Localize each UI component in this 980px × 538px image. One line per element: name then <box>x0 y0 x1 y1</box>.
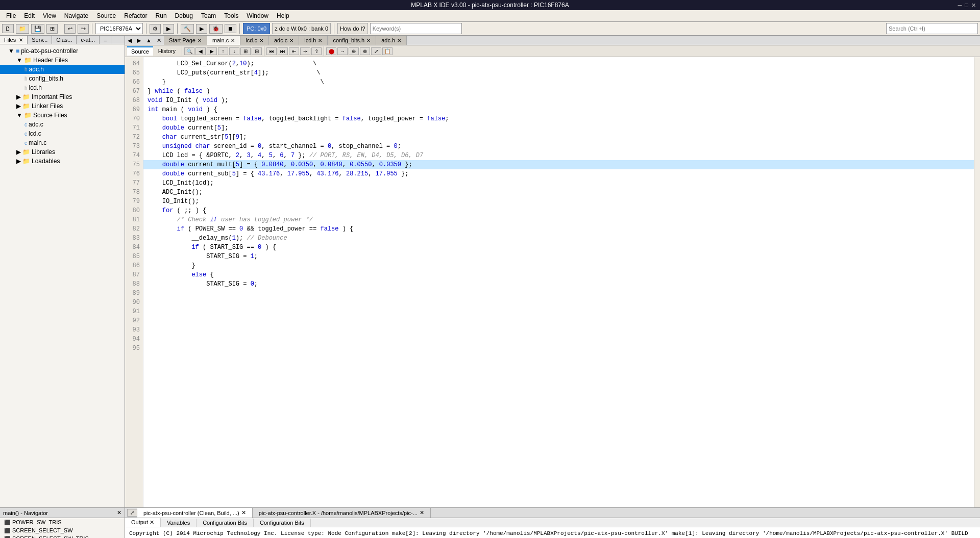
debug-button[interactable]: 🐞 <box>209 24 223 34</box>
ed-btn-9[interactable]: ⏭ <box>278 47 288 55</box>
config-button[interactable]: ⚙ <box>150 24 161 34</box>
left-tab-close-0[interactable]: ✕ <box>19 37 23 43</box>
code-line-91[interactable]: if ( START_SIG == 0 ) { <box>148 243 970 252</box>
editor-tab-lcd_c[interactable]: lcd.c ✕ <box>240 36 269 45</box>
nav-item-POWER_SW_TRIS[interactable]: ⬛POWER_SW_TRIS <box>0 518 125 526</box>
log-tab-close[interactable]: ✕ <box>148 519 154 525</box>
ed-btn-14[interactable]: ⊗ <box>360 47 370 55</box>
code-content[interactable]: LCD_Set_Cursor(2,10); \ LCD_puts(current… <box>143 57 974 507</box>
code-line-74[interactable]: char current_str[5][9]; <box>148 133 970 142</box>
tree-item-Loadables[interactable]: ▶ 📁 Loadables <box>0 157 125 166</box>
log-tab-2[interactable]: Configuration Bits <box>197 519 254 527</box>
editor-tab-config_bits_h[interactable]: config_bits.h ✕ <box>328 36 376 45</box>
code-line-75[interactable]: unsigned char screen_id = 0, start_chann… <box>148 142 970 151</box>
output-expand-btn[interactable]: ⤢ <box>127 509 137 517</box>
menu-item-navigate[interactable]: Navigate <box>60 11 92 20</box>
tree-item-Libraries[interactable]: ▶ 📁 Libraries <box>0 147 125 157</box>
build-button[interactable]: 🔨 <box>181 24 194 34</box>
right-scrollbar[interactable] <box>974 57 980 507</box>
code-area[interactable]: 6465666768697071727374757677787980818283… <box>125 57 980 507</box>
open-button[interactable]: 📁 <box>16 24 29 34</box>
nav-item-SCREEN_SELECT_SW_TRIS[interactable]: ⬛SCREEN_SELECT_SW_TRIS <box>0 534 125 538</box>
ed-btn-15[interactable]: ⤢ <box>371 47 381 55</box>
code-line-69[interactable]: void IO_Init ( void ); <box>148 96 970 105</box>
output-tab-close-1[interactable]: ✕ <box>420 509 424 516</box>
code-line-71[interactable]: int main ( void ) { <box>148 105 970 114</box>
search-input[interactable] <box>886 23 978 34</box>
tab-close-3[interactable]: ✕ <box>289 38 293 43</box>
code-line-83[interactable]: IO_Init(); <box>148 197 970 206</box>
log-tab-3[interactable]: Configuration Bits <box>254 519 311 527</box>
ed-btn-5[interactable]: ↓ <box>229 47 239 55</box>
tab-nav-2[interactable]: ▲ <box>143 36 154 44</box>
code-line-64[interactable]: LCD_Set_Cursor(2,10); \ <box>148 59 970 68</box>
ed-btn-4[interactable]: ↑ <box>218 47 228 55</box>
maximize-button[interactable]: □ <box>965 2 968 9</box>
code-line-85[interactable]: for ( ;; ) { <box>148 206 970 215</box>
output-tab-1[interactable]: pic-atx-psu-controller.X - /home/manolis… <box>253 508 431 518</box>
save-button[interactable]: 💾 <box>31 24 44 34</box>
tab-close-5[interactable]: ✕ <box>366 38 371 43</box>
nav-close-icon[interactable]: ✕ <box>117 509 121 516</box>
menu-item-tools[interactable]: Tools <box>220 11 242 20</box>
tab-close-2[interactable]: ✕ <box>259 38 263 43</box>
ed-btn-13[interactable]: ⊕ <box>349 47 359 55</box>
code-line-72[interactable]: bool toggled_screen = false, toggled_bac… <box>148 114 970 123</box>
editor-tab-main_c[interactable]: main.c ✕ <box>207 36 240 45</box>
menu-item-debug[interactable]: Debug <box>171 11 197 20</box>
code-line-92[interactable]: START_SIG = 1; <box>148 252 970 261</box>
history-tab-btn[interactable]: History <box>154 47 180 55</box>
ed-btn-1[interactable]: 🔍 <box>184 47 194 55</box>
ed-btn-bp[interactable]: ⬤ <box>326 47 336 55</box>
source-tab-btn[interactable]: Source <box>127 46 153 56</box>
editor-tab-adc_h[interactable]: adc.h ✕ <box>376 36 407 45</box>
code-line-93[interactable]: } <box>148 261 970 270</box>
left-tab-pin[interactable]: ≡ <box>100 36 111 44</box>
ed-btn-10[interactable]: ⇤ <box>289 47 299 55</box>
ed-btn-8[interactable]: ⏮ <box>266 47 277 55</box>
close-button[interactable]: ✕ <box>971 2 976 9</box>
editor-tab-lcd_h[interactable]: lcd.h ✕ <box>299 36 328 45</box>
ed-btn-6[interactable]: ⊞ <box>240 47 251 55</box>
menu-item-refactor[interactable]: Refactor <box>120 11 151 20</box>
save-all-button[interactable]: ⊞ <box>46 24 58 34</box>
tab-close-4[interactable]: ✕ <box>318 38 322 43</box>
tree-item-Source_Files[interactable]: ▼ 📁 Source Files <box>0 111 125 120</box>
ed-btn-11[interactable]: ⇥ <box>300 47 310 55</box>
tree-item-Important_Files[interactable]: ▶ 📁 Important Files <box>0 92 125 101</box>
code-line-81[interactable]: LCD_Init(lcd); <box>148 178 970 188</box>
device-select[interactable]: PIC16F876A <box>95 23 143 34</box>
tree-item-pic-atx-psu-controller[interactable]: ▼ ■ pic-atx-psu-controller <box>0 46 125 56</box>
tab-nav-1[interactable]: ▶ <box>134 36 143 45</box>
tree-item-lcd_h[interactable]: h lcd.h <box>0 83 125 92</box>
code-line-88[interactable]: if ( POWER_SW == 0 && toggled_power == f… <box>148 224 970 234</box>
menu-item-file[interactable]: File <box>2 11 20 20</box>
new-button[interactable]: 🗋 <box>2 24 14 33</box>
menu-item-run[interactable]: Run <box>152 11 171 20</box>
code-line-73[interactable]: double current[5]; <box>148 123 970 133</box>
menu-item-team[interactable]: Team <box>197 11 220 20</box>
log-tab-1[interactable]: Variables <box>161 519 197 527</box>
ed-btn-7[interactable]: ⊟ <box>252 47 262 55</box>
left-tab-3[interactable]: c-at... <box>77 36 100 44</box>
code-line-78[interactable]: double current_sub[5] = { 43.176, 17.955… <box>148 169 970 178</box>
tab-close-1[interactable]: ✕ <box>231 38 235 43</box>
menu-item-edit[interactable]: Edit <box>20 11 39 20</box>
output-tab-0[interactable]: pic-atx-psu-controller (Clean, Build, ..… <box>137 508 253 518</box>
ed-btn-run[interactable]: → <box>337 47 348 55</box>
left-tab-1[interactable]: Serv... <box>28 36 52 44</box>
undo-button[interactable]: ↩ <box>64 24 76 34</box>
tree-item-main_c[interactable]: c main.c <box>0 138 125 147</box>
project-button[interactable]: ▶ <box>163 24 174 34</box>
menu-item-source[interactable]: Source <box>92 11 120 20</box>
ed-btn-2[interactable]: ◀ <box>195 47 206 55</box>
ed-btn-16[interactable]: 📋 <box>382 47 393 55</box>
tree-item-Header_Files[interactable]: ▼ 📁 Header Files <box>0 56 125 65</box>
code-line-77[interactable]: double current_mult[5] = { 0.0840, 0.035… <box>143 160 974 169</box>
left-tab-0[interactable]: Files ✕ <box>0 36 28 44</box>
menu-item-help[interactable]: Help <box>273 11 293 20</box>
code-line-89[interactable]: __delay_ms(1); // Debounce <box>148 234 970 243</box>
tab-nav-3[interactable]: ✕ <box>154 36 164 45</box>
run-button[interactable]: ▶ <box>196 24 207 34</box>
code-line-87[interactable]: /* Check if user has toggled power */ <box>148 215 970 224</box>
